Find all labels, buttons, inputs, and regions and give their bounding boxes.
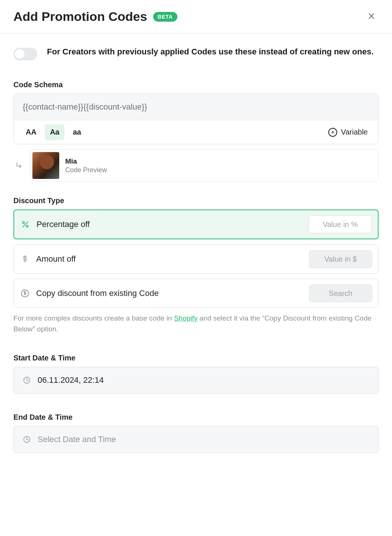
clock-icon [23, 435, 31, 444]
discount-helper-text: For more complex discounts create a base… [13, 313, 379, 334]
svg-point-3 [23, 222, 25, 224]
discount-option-amount[interactable]: Amount off [13, 245, 379, 274]
subdirectory-arrow-icon [13, 149, 25, 182]
amount-value-input[interactable] [309, 250, 372, 268]
end-date-placeholder: Select Date and Time [38, 435, 116, 444]
code-schema-input[interactable] [14, 94, 378, 120]
avatar [32, 152, 59, 179]
toggle-knob [15, 49, 25, 59]
dollar-icon [20, 254, 30, 264]
start-date-field[interactable]: 06.11.2024, 22:14 [13, 367, 379, 394]
code-schema-box: AA Aa aa + Variable [13, 94, 379, 144]
preview-name: Mia [65, 157, 107, 165]
discount-option-percentage[interactable]: Percentage off [13, 209, 379, 239]
svg-line-2 [23, 222, 28, 227]
reuse-codes-row: For Creators with previously applied Cod… [13, 41, 379, 72]
code-schema-toolbar: AA Aa aa + Variable [14, 120, 378, 144]
code-preview-card: Mia Code Preview [30, 149, 379, 182]
discount-amount-label: Amount off [36, 254, 303, 264]
search-existing-code-button[interactable]: Search [309, 284, 372, 302]
percent-icon [20, 219, 31, 230]
start-date-section: Start Date & Time 06.11.2024, 22:14 [13, 354, 379, 394]
start-date-value: 06.11.2024, 22:14 [38, 375, 104, 385]
discount-option-copy[interactable]: Copy discount from existing Code Search [13, 279, 379, 308]
reuse-codes-description: For Creators with previously applied Cod… [47, 46, 374, 57]
close-button[interactable] [364, 9, 379, 24]
end-date-section: End Date & Time Select Date and Time [13, 413, 379, 453]
add-variable-label: Variable [341, 128, 368, 136]
modal-header: Add Promotion Codes BETA [0, 0, 392, 34]
badge-dollar-icon [20, 288, 30, 299]
preview-subtitle: Code Preview [65, 166, 107, 174]
discount-type-section: Discount Type Percentage off Amount off [13, 196, 379, 334]
code-schema-label: Code Schema [13, 81, 379, 89]
case-lower-button[interactable]: aa [67, 124, 86, 140]
end-date-field[interactable]: Select Date and Time [13, 426, 379, 453]
beta-badge: BETA [153, 12, 177, 22]
percentage-value-input[interactable] [309, 215, 372, 233]
clock-icon [23, 376, 31, 384]
case-title-button[interactable]: Aa [45, 124, 65, 140]
discount-percentage-label: Percentage off [37, 220, 303, 229]
plus-circle-icon: + [328, 128, 337, 137]
close-icon [367, 16, 376, 21]
svg-point-4 [26, 226, 28, 227]
shopify-link[interactable]: Shopify [174, 314, 197, 322]
discount-type-label: Discount Type [13, 196, 379, 205]
modal-title: Add Promotion Codes [13, 9, 147, 24]
case-upper-button[interactable]: AA [20, 124, 42, 140]
end-date-label: End Date & Time [13, 413, 379, 422]
add-promotion-codes-modal: Add Promotion Codes BETA For Creators wi… [0, 0, 392, 468]
discount-copy-label: Copy discount from existing Code [36, 289, 303, 298]
add-variable-button[interactable]: + Variable [325, 125, 372, 140]
code-preview-row: Mia Code Preview [13, 149, 379, 182]
start-date-label: Start Date & Time [13, 354, 379, 362]
reuse-codes-toggle[interactable] [13, 48, 37, 60]
